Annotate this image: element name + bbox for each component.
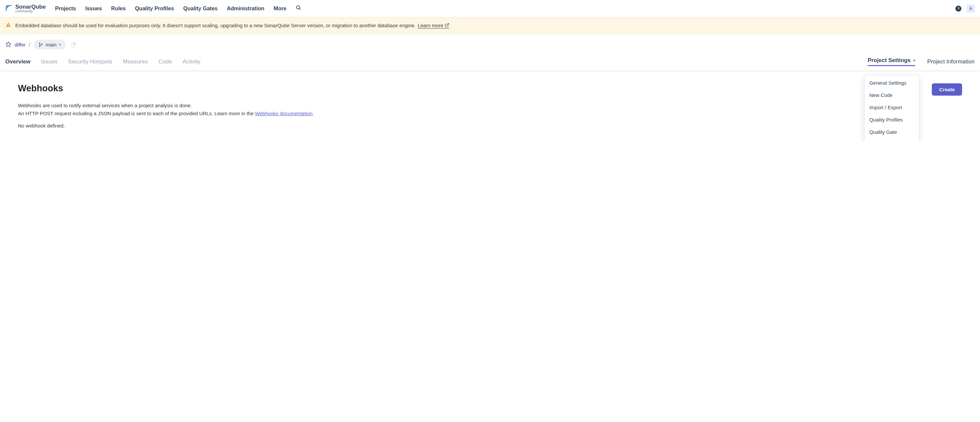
tab-code[interactable]: Code bbox=[159, 54, 172, 70]
tab-measures[interactable]: Measures bbox=[123, 54, 148, 70]
sonarqube-logo-icon bbox=[5, 5, 13, 13]
global-nav-items: Projects Issues Rules Quality Profiles Q… bbox=[55, 5, 955, 12]
svg-rect-3 bbox=[8, 26, 9, 27]
warning-text: Embedded database should be used for eva… bbox=[15, 22, 416, 28]
nav-projects[interactable]: Projects bbox=[55, 6, 76, 12]
nav-quality-gates[interactable]: Quality Gates bbox=[183, 6, 218, 12]
chevron-down-icon: ▾ bbox=[59, 43, 61, 47]
nav-quality-profiles[interactable]: Quality Profiles bbox=[135, 6, 174, 12]
project-tabs: Overview Issues Security Hotspots Measur… bbox=[0, 53, 980, 71]
dropdown-quality-gate[interactable]: Quality Gate bbox=[865, 126, 919, 138]
svg-point-7 bbox=[39, 46, 40, 46]
logo-subtitle: community bbox=[15, 10, 46, 13]
help-icon[interactable]: ? bbox=[955, 6, 961, 12]
tab-security-hotspots[interactable]: Security Hotspots bbox=[68, 54, 112, 70]
warning-learn-more-link[interactable]: Learn more bbox=[418, 22, 449, 29]
nav-more[interactable]: More bbox=[274, 6, 286, 12]
dropdown-import-export[interactable]: Import / Export bbox=[865, 101, 919, 114]
favorite-star-icon[interactable] bbox=[5, 41, 11, 49]
project-name[interactable]: differ bbox=[14, 42, 25, 48]
svg-point-0 bbox=[296, 6, 300, 9]
project-settings-dropdown-trigger[interactable]: Project Settings ▾ bbox=[868, 57, 915, 66]
global-nav: SonarQube community Projects Issues Rule… bbox=[0, 0, 980, 17]
empty-state-text: No webhook defined. bbox=[18, 123, 962, 129]
svg-point-6 bbox=[39, 43, 40, 43]
page-title: Webhooks bbox=[18, 83, 63, 94]
warning-banner: Embedded database should be used for eva… bbox=[0, 17, 980, 34]
breadcrumb-separator: / bbox=[29, 42, 30, 48]
webhooks-documentation-link[interactable]: Webhooks documentation bbox=[255, 111, 312, 116]
project-settings-dropdown: General Settings New Code Import / Expor… bbox=[864, 75, 919, 141]
nav-issues[interactable]: Issues bbox=[85, 6, 102, 12]
branch-selector[interactable]: main ▾ bbox=[34, 40, 66, 49]
svg-line-4 bbox=[447, 24, 449, 25]
branch-help-icon[interactable]: ? bbox=[71, 42, 76, 48]
branch-icon bbox=[38, 43, 43, 47]
nav-rules[interactable]: Rules bbox=[111, 6, 126, 12]
dropdown-quality-profiles[interactable]: Quality Profiles bbox=[865, 114, 919, 126]
chevron-down-icon: ▾ bbox=[913, 58, 915, 63]
project-header: differ / main ▾ ? bbox=[0, 34, 980, 53]
svg-line-1 bbox=[299, 9, 301, 10]
page-description: Webhooks are used to notify external ser… bbox=[18, 102, 962, 117]
svg-point-8 bbox=[41, 43, 42, 44]
logo-brand: SonarQube bbox=[15, 4, 46, 10]
nav-administration[interactable]: Administration bbox=[227, 6, 264, 12]
tab-overview[interactable]: Overview bbox=[5, 54, 30, 70]
warning-icon bbox=[5, 22, 11, 29]
svg-rect-2 bbox=[8, 24, 9, 25]
branch-name: main bbox=[46, 42, 57, 48]
tab-issues[interactable]: Issues bbox=[41, 54, 57, 70]
dropdown-general-settings[interactable]: General Settings bbox=[865, 77, 919, 89]
external-link-icon bbox=[445, 23, 449, 27]
create-button[interactable]: Create bbox=[932, 83, 962, 96]
search-icon[interactable] bbox=[296, 5, 301, 12]
tab-activity[interactable]: Activity bbox=[183, 54, 200, 70]
dropdown-links[interactable]: Links bbox=[865, 138, 919, 141]
logo[interactable]: SonarQube community bbox=[5, 4, 46, 13]
main-content: Webhooks Create Webhooks are used to not… bbox=[0, 71, 980, 141]
dropdown-new-code[interactable]: New Code bbox=[865, 89, 919, 101]
user-avatar[interactable]: A bbox=[967, 5, 975, 13]
project-information-link[interactable]: Project Information bbox=[927, 59, 975, 65]
svg-marker-5 bbox=[6, 41, 11, 46]
